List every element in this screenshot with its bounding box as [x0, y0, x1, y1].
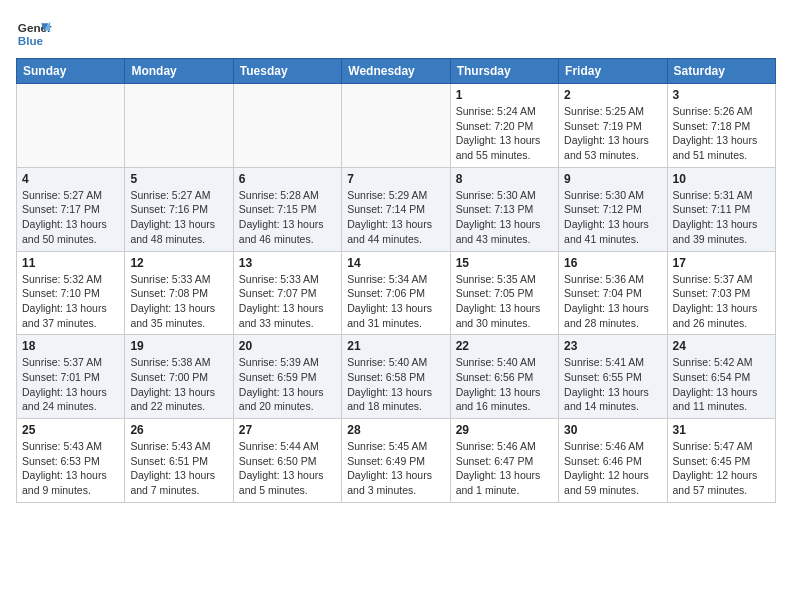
day-number: 10 — [673, 172, 770, 186]
day-info: Sunrise: 5:47 AMSunset: 6:45 PMDaylight:… — [673, 439, 770, 498]
day-info: Sunrise: 5:39 AMSunset: 6:59 PMDaylight:… — [239, 355, 336, 414]
day-number: 9 — [564, 172, 661, 186]
calendar-cell: 3Sunrise: 5:26 AMSunset: 7:18 PMDaylight… — [667, 84, 775, 168]
col-header-wednesday: Wednesday — [342, 59, 450, 84]
calendar-cell: 7Sunrise: 5:29 AMSunset: 7:14 PMDaylight… — [342, 167, 450, 251]
calendar-cell — [342, 84, 450, 168]
day-info: Sunrise: 5:27 AMSunset: 7:17 PMDaylight:… — [22, 188, 119, 247]
day-info: Sunrise: 5:25 AMSunset: 7:19 PMDaylight:… — [564, 104, 661, 163]
calendar-cell: 16Sunrise: 5:36 AMSunset: 7:04 PMDayligh… — [559, 251, 667, 335]
day-number: 7 — [347, 172, 444, 186]
day-info: Sunrise: 5:46 AMSunset: 6:47 PMDaylight:… — [456, 439, 553, 498]
day-number: 3 — [673, 88, 770, 102]
day-number: 8 — [456, 172, 553, 186]
calendar-cell: 1Sunrise: 5:24 AMSunset: 7:20 PMDaylight… — [450, 84, 558, 168]
week-row-1: 1Sunrise: 5:24 AMSunset: 7:20 PMDaylight… — [17, 84, 776, 168]
day-number: 26 — [130, 423, 227, 437]
day-number: 14 — [347, 256, 444, 270]
day-number: 24 — [673, 339, 770, 353]
day-info: Sunrise: 5:27 AMSunset: 7:16 PMDaylight:… — [130, 188, 227, 247]
week-row-5: 25Sunrise: 5:43 AMSunset: 6:53 PMDayligh… — [17, 419, 776, 503]
day-info: Sunrise: 5:31 AMSunset: 7:11 PMDaylight:… — [673, 188, 770, 247]
col-header-sunday: Sunday — [17, 59, 125, 84]
day-number: 22 — [456, 339, 553, 353]
day-info: Sunrise: 5:30 AMSunset: 7:12 PMDaylight:… — [564, 188, 661, 247]
calendar-cell — [17, 84, 125, 168]
day-info: Sunrise: 5:36 AMSunset: 7:04 PMDaylight:… — [564, 272, 661, 331]
calendar-cell: 18Sunrise: 5:37 AMSunset: 7:01 PMDayligh… — [17, 335, 125, 419]
calendar-cell: 13Sunrise: 5:33 AMSunset: 7:07 PMDayligh… — [233, 251, 341, 335]
week-row-3: 11Sunrise: 5:32 AMSunset: 7:10 PMDayligh… — [17, 251, 776, 335]
calendar-cell: 4Sunrise: 5:27 AMSunset: 7:17 PMDaylight… — [17, 167, 125, 251]
day-info: Sunrise: 5:45 AMSunset: 6:49 PMDaylight:… — [347, 439, 444, 498]
day-number: 27 — [239, 423, 336, 437]
day-number: 5 — [130, 172, 227, 186]
calendar-cell: 26Sunrise: 5:43 AMSunset: 6:51 PMDayligh… — [125, 419, 233, 503]
col-header-friday: Friday — [559, 59, 667, 84]
day-info: Sunrise: 5:41 AMSunset: 6:55 PMDaylight:… — [564, 355, 661, 414]
calendar-cell: 9Sunrise: 5:30 AMSunset: 7:12 PMDaylight… — [559, 167, 667, 251]
calendar-cell: 22Sunrise: 5:40 AMSunset: 6:56 PMDayligh… — [450, 335, 558, 419]
day-number: 18 — [22, 339, 119, 353]
calendar-cell: 15Sunrise: 5:35 AMSunset: 7:05 PMDayligh… — [450, 251, 558, 335]
col-header-tuesday: Tuesday — [233, 59, 341, 84]
day-info: Sunrise: 5:37 AMSunset: 7:03 PMDaylight:… — [673, 272, 770, 331]
day-info: Sunrise: 5:43 AMSunset: 6:51 PMDaylight:… — [130, 439, 227, 498]
day-number: 30 — [564, 423, 661, 437]
day-number: 2 — [564, 88, 661, 102]
calendar-cell: 8Sunrise: 5:30 AMSunset: 7:13 PMDaylight… — [450, 167, 558, 251]
week-row-4: 18Sunrise: 5:37 AMSunset: 7:01 PMDayligh… — [17, 335, 776, 419]
day-number: 13 — [239, 256, 336, 270]
day-number: 25 — [22, 423, 119, 437]
day-info: Sunrise: 5:40 AMSunset: 6:58 PMDaylight:… — [347, 355, 444, 414]
day-number: 12 — [130, 256, 227, 270]
day-number: 29 — [456, 423, 553, 437]
calendar-cell: 12Sunrise: 5:33 AMSunset: 7:08 PMDayligh… — [125, 251, 233, 335]
day-info: Sunrise: 5:46 AMSunset: 6:46 PMDaylight:… — [564, 439, 661, 498]
day-number: 17 — [673, 256, 770, 270]
col-header-monday: Monday — [125, 59, 233, 84]
col-header-thursday: Thursday — [450, 59, 558, 84]
day-number: 19 — [130, 339, 227, 353]
day-number: 6 — [239, 172, 336, 186]
calendar-cell: 28Sunrise: 5:45 AMSunset: 6:49 PMDayligh… — [342, 419, 450, 503]
calendar-cell: 27Sunrise: 5:44 AMSunset: 6:50 PMDayligh… — [233, 419, 341, 503]
day-info: Sunrise: 5:37 AMSunset: 7:01 PMDaylight:… — [22, 355, 119, 414]
day-info: Sunrise: 5:33 AMSunset: 7:08 PMDaylight:… — [130, 272, 227, 331]
calendar-cell: 30Sunrise: 5:46 AMSunset: 6:46 PMDayligh… — [559, 419, 667, 503]
day-number: 4 — [22, 172, 119, 186]
calendar-cell: 6Sunrise: 5:28 AMSunset: 7:15 PMDaylight… — [233, 167, 341, 251]
calendar-cell: 24Sunrise: 5:42 AMSunset: 6:54 PMDayligh… — [667, 335, 775, 419]
calendar-cell: 10Sunrise: 5:31 AMSunset: 7:11 PMDayligh… — [667, 167, 775, 251]
day-number: 1 — [456, 88, 553, 102]
day-info: Sunrise: 5:29 AMSunset: 7:14 PMDaylight:… — [347, 188, 444, 247]
calendar-cell: 31Sunrise: 5:47 AMSunset: 6:45 PMDayligh… — [667, 419, 775, 503]
day-info: Sunrise: 5:32 AMSunset: 7:10 PMDaylight:… — [22, 272, 119, 331]
logo-icon: General Blue — [16, 16, 52, 52]
day-number: 20 — [239, 339, 336, 353]
day-number: 28 — [347, 423, 444, 437]
calendar-cell: 5Sunrise: 5:27 AMSunset: 7:16 PMDaylight… — [125, 167, 233, 251]
header-row: SundayMondayTuesdayWednesdayThursdayFrid… — [17, 59, 776, 84]
calendar-cell: 20Sunrise: 5:39 AMSunset: 6:59 PMDayligh… — [233, 335, 341, 419]
day-info: Sunrise: 5:30 AMSunset: 7:13 PMDaylight:… — [456, 188, 553, 247]
day-info: Sunrise: 5:28 AMSunset: 7:15 PMDaylight:… — [239, 188, 336, 247]
calendar-cell: 2Sunrise: 5:25 AMSunset: 7:19 PMDaylight… — [559, 84, 667, 168]
day-info: Sunrise: 5:38 AMSunset: 7:00 PMDaylight:… — [130, 355, 227, 414]
day-info: Sunrise: 5:26 AMSunset: 7:18 PMDaylight:… — [673, 104, 770, 163]
day-info: Sunrise: 5:34 AMSunset: 7:06 PMDaylight:… — [347, 272, 444, 331]
calendar-cell: 19Sunrise: 5:38 AMSunset: 7:00 PMDayligh… — [125, 335, 233, 419]
day-info: Sunrise: 5:33 AMSunset: 7:07 PMDaylight:… — [239, 272, 336, 331]
day-info: Sunrise: 5:42 AMSunset: 6:54 PMDaylight:… — [673, 355, 770, 414]
calendar: SundayMondayTuesdayWednesdayThursdayFrid… — [16, 58, 776, 503]
calendar-cell: 21Sunrise: 5:40 AMSunset: 6:58 PMDayligh… — [342, 335, 450, 419]
calendar-cell — [125, 84, 233, 168]
week-row-2: 4Sunrise: 5:27 AMSunset: 7:17 PMDaylight… — [17, 167, 776, 251]
calendar-cell: 29Sunrise: 5:46 AMSunset: 6:47 PMDayligh… — [450, 419, 558, 503]
day-number: 21 — [347, 339, 444, 353]
day-number: 23 — [564, 339, 661, 353]
calendar-cell — [233, 84, 341, 168]
day-info: Sunrise: 5:24 AMSunset: 7:20 PMDaylight:… — [456, 104, 553, 163]
day-info: Sunrise: 5:40 AMSunset: 6:56 PMDaylight:… — [456, 355, 553, 414]
svg-text:Blue: Blue — [18, 34, 44, 47]
